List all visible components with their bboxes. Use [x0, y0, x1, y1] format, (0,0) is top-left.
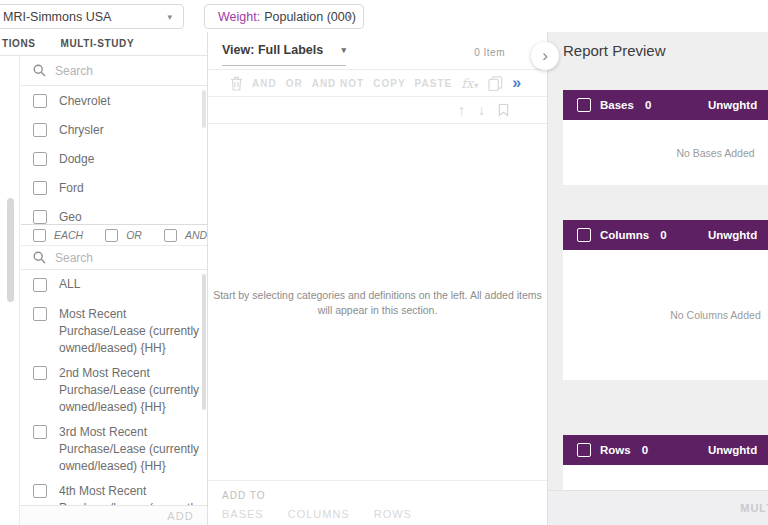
add-to-label: ADD TO [222, 490, 547, 501]
columns-header[interactable]: Columns 0 Unwghtd [563, 220, 768, 250]
list-item[interactable]: 4th Most Recent Purchase/Lease (currentl… [21, 483, 207, 505]
search-icon [33, 64, 46, 77]
unweighted-column-header: Unwghtd [708, 99, 757, 111]
checkbox-icon[interactable] [33, 425, 47, 439]
move-down-icon[interactable]: ↓ [478, 102, 485, 118]
columns-empty-state: No Columns Added [563, 250, 768, 380]
definition-search-input[interactable] [55, 251, 185, 265]
tab-definitions[interactable]: TIONS [2, 38, 36, 49]
checkbox-icon[interactable] [33, 278, 47, 292]
checkbox-icon[interactable] [33, 123, 47, 137]
collapse-panel-button[interactable]: › [531, 42, 559, 70]
checkbox-icon[interactable] [33, 484, 47, 498]
panel-scrollbar-thumb[interactable] [7, 198, 14, 302]
bases-empty-state: No Bases Added [563, 120, 768, 185]
view-row: ▾ View: Full Labels 0 Item [208, 32, 547, 70]
chevron-down-icon: ▾ [167, 12, 172, 22]
definition-list-scrollbar-thumb[interactable] [202, 274, 206, 410]
page-title: Report Preview [563, 42, 666, 59]
checkbox-icon[interactable] [33, 94, 47, 108]
move-up-icon[interactable]: ↑ [458, 102, 465, 118]
paste-button[interactable]: PASTE [415, 78, 453, 89]
top-bar: MRI-Simmons USA ▾ Weight: Population (00… [0, 0, 768, 32]
definition-search [21, 246, 207, 270]
list-item[interactable]: ALL [21, 270, 207, 298]
list-item[interactable]: Chrysler [21, 115, 207, 144]
checkbox-icon[interactable] [33, 307, 47, 321]
section-count: 0 [660, 229, 666, 241]
add-to-rows-button[interactable]: ROWS [374, 508, 412, 520]
bookmark-icon[interactable] [498, 103, 509, 117]
view-selector[interactable]: ▾ View: Full Labels [222, 43, 346, 66]
checkbox-icon[interactable] [577, 443, 591, 457]
bases-section: Bases 0 Unwghtd No Bases Added [563, 90, 768, 185]
and-button[interactable]: AND [252, 78, 277, 89]
trash-icon[interactable] [230, 76, 243, 91]
add-to-columns-button[interactable]: COLUMNS [288, 508, 350, 520]
list-item-label: Ford [59, 181, 84, 195]
view-selector-value: View: Full Labels [222, 43, 323, 57]
category-panel: TIONS MULTI-STUDY Chevrolet Chrysler D [0, 32, 208, 525]
chevron-down-icon: ▾ [347, 12, 352, 22]
and-not-button[interactable]: AND NOT [312, 78, 365, 89]
brand-list: Chevrolet Chrysler Dodge Ford Geo [21, 86, 207, 231]
chevron-right-icon: › [542, 47, 548, 64]
operator-or[interactable]: OR [105, 229, 142, 242]
operator-label: AND [185, 229, 207, 241]
report-preview-footer: MULT [548, 490, 768, 525]
search-icon [33, 251, 46, 264]
operator-and[interactable]: AND [164, 229, 207, 242]
unweighted-column-header: Unwghtd [708, 229, 757, 241]
brand-search-input[interactable] [55, 64, 185, 78]
list-item[interactable]: 3rd Most Recent Purchase/Lease (currentl… [21, 424, 207, 475]
multi-button[interactable]: MULT [740, 502, 768, 514]
operator-row: EACH OR AND [21, 224, 207, 246]
list-item[interactable]: Chevrolet [21, 86, 207, 115]
tab-multi-study[interactable]: MULTI-STUDY [61, 38, 135, 49]
function-button[interactable]: fx▾ [461, 76, 479, 91]
bases-header[interactable]: Bases 0 Unwghtd [563, 90, 768, 120]
checkbox-icon[interactable] [33, 210, 47, 224]
checkbox-icon[interactable] [33, 229, 46, 242]
list-item-label: Most Recent Purchase/Lease (currently ow… [59, 306, 207, 357]
operator-label: EACH [54, 229, 83, 241]
list-item-label: Chevrolet [59, 94, 110, 108]
brand-list-scrollbar-thumb[interactable] [202, 90, 206, 128]
checkbox-icon[interactable] [33, 152, 47, 166]
study-selector-value: MRI-Simmons USA [3, 10, 111, 24]
expand-chevrons-icon[interactable]: » [512, 76, 521, 90]
report-preview-panel: Report Preview Bases 0 Unwghtd No Bases … [548, 32, 768, 525]
checkbox-icon[interactable] [105, 229, 118, 242]
list-item-label: 3rd Most Recent Purchase/Lease (currentl… [59, 424, 207, 475]
operator-label: OR [126, 229, 142, 241]
weight-selector[interactable]: Weight: Population (000) ▾ [204, 4, 364, 29]
empty-workspace-message: Start by selecting categories and defini… [208, 288, 547, 318]
add-to-section: ADD TO BASES COLUMNS ROWS [208, 480, 547, 525]
list-item-label: Chrysler [59, 123, 104, 137]
duplicate-icon[interactable] [488, 76, 503, 91]
checkbox-icon[interactable] [164, 229, 177, 242]
unweighted-column-header: Unwghtd [708, 444, 757, 456]
list-item-label: 4th Most Recent Purchase/Lease (currentl… [59, 483, 207, 505]
list-item-label: Geo [59, 210, 82, 224]
list-item-label: Dodge [59, 152, 94, 166]
list-item[interactable]: 2nd Most Recent Purchase/Lease (currentl… [21, 365, 207, 416]
item-count: 0 Item [474, 47, 505, 58]
checkbox-icon[interactable] [577, 228, 591, 242]
operator-each[interactable]: EACH [33, 229, 83, 242]
rows-header[interactable]: Rows 0 Unwghtd [563, 435, 768, 465]
list-item[interactable]: Most Recent Purchase/Lease (currently ow… [21, 306, 207, 357]
add-button[interactable]: ADD [167, 510, 194, 522]
checkbox-icon[interactable] [33, 181, 47, 195]
checkbox-icon[interactable] [577, 98, 591, 112]
or-button[interactable]: OR [286, 78, 303, 89]
panel-tabs: TIONS MULTI-STUDY [0, 32, 207, 56]
add-bar: ADD [20, 505, 207, 525]
checkbox-icon[interactable] [33, 366, 47, 380]
add-to-bases-button[interactable]: BASES [222, 508, 264, 520]
copy-button[interactable]: COPY [373, 78, 405, 89]
section-count: 0 [645, 99, 651, 111]
list-item[interactable]: Dodge [21, 144, 207, 173]
study-selector[interactable]: MRI-Simmons USA ▾ [0, 4, 184, 29]
list-item[interactable]: Ford [21, 173, 207, 202]
